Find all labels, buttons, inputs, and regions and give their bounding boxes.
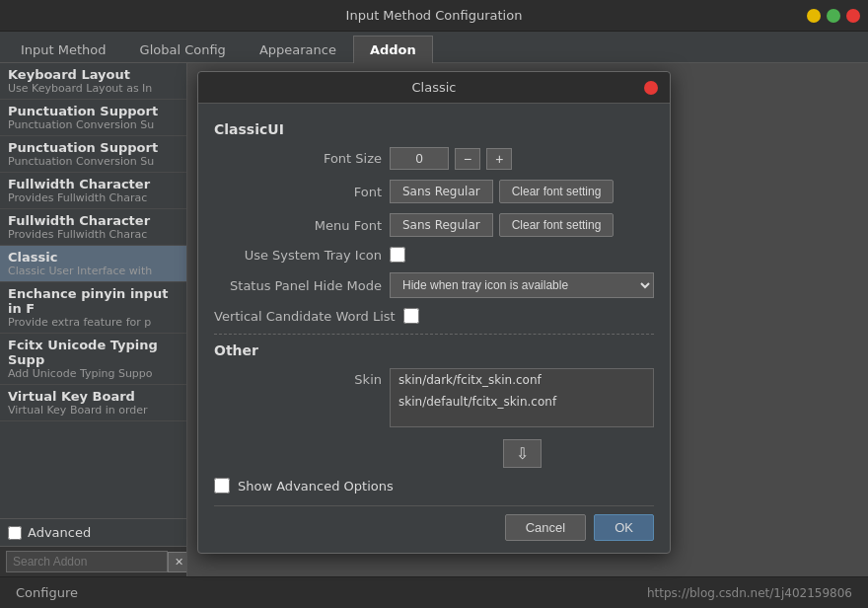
- classicui-section-header: ClassicUI: [214, 121, 654, 137]
- font-controls: Sans Regular Clear font setting: [390, 180, 654, 203]
- vertical-candidate-controls: [403, 308, 654, 324]
- font-display: Sans Regular: [390, 180, 493, 203]
- menu-font-row: Menu Font Sans Regular Clear font settin…: [214, 213, 654, 237]
- skin-list: skin/dark/fcitx_skin.conf skin/default/f…: [390, 368, 654, 427]
- status-panel-controls: Hide when tray icon is available: [390, 272, 654, 298]
- modal-content: ClassicUI Font Size − + Font Sans Regula…: [198, 104, 670, 553]
- ok-button[interactable]: OK: [594, 514, 654, 541]
- modal-title-bar: Classic: [198, 72, 670, 104]
- status-panel-label: Status Panel Hide Mode: [214, 278, 382, 293]
- maximize-button[interactable]: [827, 9, 840, 23]
- menu-font-display: Sans Regular: [390, 213, 493, 237]
- dialog-buttons: Cancel OK: [214, 505, 654, 541]
- footer-url: https://blog.csdn.net/1j402159806: [647, 586, 852, 600]
- font-size-decrease-button[interactable]: −: [455, 148, 480, 170]
- skin-down-arrow-button[interactable]: ⇩: [503, 439, 542, 468]
- modal-close-button[interactable]: [644, 81, 658, 95]
- skin-item-dark[interactable]: skin/dark/fcitx_skin.conf: [391, 369, 653, 391]
- classic-modal: Classic ClassicUI Font Size − +: [197, 71, 671, 554]
- clear-menu-font-button[interactable]: Clear font setting: [499, 213, 615, 237]
- skin-row: Skin skin/dark/fcitx_skin.conf skin/defa…: [214, 368, 654, 468]
- clear-font-button[interactable]: Clear font setting: [499, 180, 615, 203]
- title-bar-controls: [807, 9, 860, 23]
- footer-configure: Configure: [16, 585, 78, 600]
- main-window: Input Method Configuration Input Method …: [0, 0, 868, 608]
- status-panel-row: Status Panel Hide Mode Hide when tray ic…: [214, 272, 654, 298]
- skin-item-default[interactable]: skin/default/fcitx_skin.conf: [391, 391, 653, 413]
- footer: Configure https://blog.csdn.net/1j402159…: [0, 576, 868, 608]
- font-size-input[interactable]: [390, 147, 449, 170]
- menu-font-controls: Sans Regular Clear font setting: [390, 213, 654, 237]
- status-panel-dropdown[interactable]: Hide when tray icon is available: [390, 272, 654, 298]
- close-button[interactable]: [846, 9, 860, 23]
- skin-controls: skin/dark/fcitx_skin.conf skin/default/f…: [390, 368, 654, 468]
- show-advanced-row: Show Advanced Options: [214, 478, 654, 494]
- system-tray-checkbox[interactable]: [390, 247, 405, 263]
- system-tray-label: Use System Tray Icon: [214, 248, 382, 263]
- font-size-row: Font Size − +: [214, 147, 654, 170]
- show-advanced-label: Show Advanced Options: [238, 479, 394, 494]
- vertical-candidate-label: Vertical Candidate Word List: [214, 309, 396, 324]
- modal-overlay: Classic ClassicUI Font Size − +: [0, 32, 868, 576]
- window-title: Input Method Configuration: [346, 8, 523, 23]
- show-advanced-checkbox[interactable]: [214, 478, 230, 494]
- vertical-candidate-checkbox[interactable]: [403, 308, 419, 324]
- title-bar: Input Method Configuration: [0, 0, 868, 32]
- font-row: Font Sans Regular Clear font setting: [214, 180, 654, 203]
- font-size-controls: − +: [390, 147, 654, 170]
- skin-label: Skin: [214, 372, 382, 387]
- other-section-header: Other: [214, 342, 654, 358]
- font-size-increase-button[interactable]: +: [486, 148, 512, 170]
- minimize-button[interactable]: [807, 9, 821, 23]
- modal-title: Classic: [224, 80, 644, 95]
- menu-font-label: Menu Font: [214, 218, 382, 233]
- font-size-label: Font Size: [214, 151, 382, 166]
- vertical-candidate-row: Vertical Candidate Word List: [214, 308, 654, 324]
- separator: [214, 334, 654, 335]
- cancel-button[interactable]: Cancel: [505, 514, 586, 541]
- system-tray-controls: [390, 247, 654, 263]
- system-tray-row: Use System Tray Icon: [214, 247, 654, 263]
- font-label: Font: [214, 185, 382, 199]
